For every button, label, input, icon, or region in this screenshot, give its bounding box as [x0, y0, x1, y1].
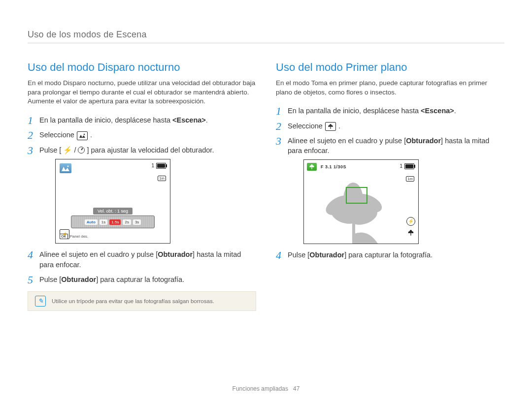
flash-setting-icon: ⚡ — [406, 217, 415, 226]
focus-frame — [346, 187, 367, 204]
shutter-panel: Vel. obt. : 1 seg Auto 1s 1.5s 2s 3s — [71, 208, 155, 229]
step-4: Pulse [Obturador] para capturar la fotog… — [276, 250, 504, 260]
step-4-text: Alinee el sujeto en el cuadro y pulse [O… — [39, 250, 241, 268]
timer-glyph-icon — [78, 147, 85, 154]
night-mode-icon — [77, 131, 88, 140]
right-column: Uso del modo Primer plano En el modo Tom… — [276, 61, 504, 311]
shutter-speed-label: Vel. obt. : 1 seg — [93, 208, 133, 215]
dial-auto: Auto — [85, 219, 98, 225]
step-3: Alinee el sujeto en el cuadro y pulse [O… — [276, 136, 504, 245]
flash-glyph-icon: ⚡ — [63, 146, 72, 154]
step-3-text: Pulse [ ⚡ / ] para ajustar la velocidad … — [39, 146, 214, 154]
step-1: En la pantalla de inicio, desplácese has… — [276, 106, 504, 116]
panel-des-hint: OK Panel des. — [60, 234, 88, 240]
macro-icon — [407, 229, 415, 239]
note-icon: ✎ — [35, 296, 46, 307]
footer-section: Funciones ampliadas — [233, 385, 288, 392]
status-row: 1 — [399, 163, 414, 170]
shots-remaining: 1 — [151, 162, 154, 169]
camera-screen-closeup: F 3.1 1/30S 1 1m — [303, 159, 419, 244]
step-2-text: Seleccione . — [39, 131, 92, 139]
size-badge-row: 1m — [406, 173, 414, 183]
section-title-closeup: Uso del modo Primer plano — [276, 61, 504, 74]
mode-badge-night-icon — [60, 163, 71, 173]
exposure-readout: F 3.1 1/30S — [321, 164, 346, 170]
step-2: Seleccione . — [28, 130, 256, 140]
svg-point-0 — [84, 134, 85, 135]
steps-night: En la pantalla de inicio, desplácese has… — [28, 115, 256, 284]
shutter-dial: Auto 1s 1.5s 2s 3s — [71, 216, 155, 228]
footer-page-number: 47 — [293, 385, 299, 392]
closeup-mode-icon — [325, 122, 336, 131]
dial-3s: 3s — [133, 219, 141, 225]
dial-2s: 2s — [123, 219, 131, 225]
manual-page: Uso de los modos de Escena Uso del modo … — [0, 0, 532, 401]
step-2: Seleccione . — [276, 121, 504, 131]
right-side-icons: ⚡ — [406, 217, 415, 239]
svg-rect-9 — [311, 167, 312, 169]
intro-night: En el modo Disparo nocturno, puede utili… — [28, 79, 256, 106]
page-footer: Funciones ampliadas 47 — [0, 385, 532, 392]
ok-button-hint: OK — [60, 234, 68, 240]
step-3-text: Alinee el sujeto en el cuadro y pulse [O… — [288, 137, 489, 154]
step-4: Alinee el sujeto en el cuadro y pulse [O… — [28, 249, 256, 270]
step-3: Pulse [ ⚡ / ] para ajustar la velocidad … — [28, 145, 256, 244]
step-5-text: Pulse [Obturador] para capturar la fotog… — [39, 276, 184, 283]
shots-remaining: 1 — [399, 163, 402, 170]
two-column-layout: Uso del modo Disparo nocturno En el modo… — [28, 61, 504, 311]
svg-point-1 — [67, 166, 69, 167]
size-1m-badge: 1m — [406, 176, 414, 182]
svg-rect-19 — [410, 233, 411, 236]
size-badge-row: 1m — [158, 172, 166, 182]
step-5: Pulse [Obturador] para capturar la fotog… — [28, 275, 256, 284]
step-4-text: Pulse [Obturador] para capturar la fotog… — [288, 251, 432, 259]
dial-1s: 1s — [100, 219, 107, 225]
left-column: Uso del modo Disparo nocturno En el modo… — [28, 61, 256, 311]
mode-badge-closeup-icon — [307, 163, 317, 171]
step-1-text: En la pantalla de inicio, desplácese has… — [39, 116, 208, 124]
step-1-text: En la pantalla de inicio, desplácese has… — [288, 107, 456, 115]
tip-text: Utilice un trípode para evitar que las f… — [52, 298, 214, 304]
step-1: En la pantalla de inicio, desplácese has… — [28, 115, 256, 125]
camera-screen-night: 1 1m ⚡ Vel. obt. : 1 seg Auto 1s — [55, 159, 170, 244]
dial-1-5s: 1.5s — [109, 219, 121, 225]
tip-box: ✎ Utilice un trípode para evitar que las… — [28, 291, 256, 311]
steps-closeup: En la pantalla de inicio, desplácese has… — [276, 106, 504, 260]
intro-closeup: En el modo Toma en primer plano, puede c… — [276, 79, 504, 97]
battery-icon — [404, 163, 414, 169]
status-row: 1 — [151, 162, 166, 169]
step-2-text: Seleccione . — [288, 122, 340, 130]
size-1m-badge: 1m — [158, 176, 166, 181]
breadcrumb: Uso de los modos de Escena — [28, 30, 504, 43]
section-title-night: Uso del modo Disparo nocturno — [28, 61, 256, 74]
svg-rect-5 — [330, 126, 331, 129]
battery-icon — [156, 163, 166, 169]
